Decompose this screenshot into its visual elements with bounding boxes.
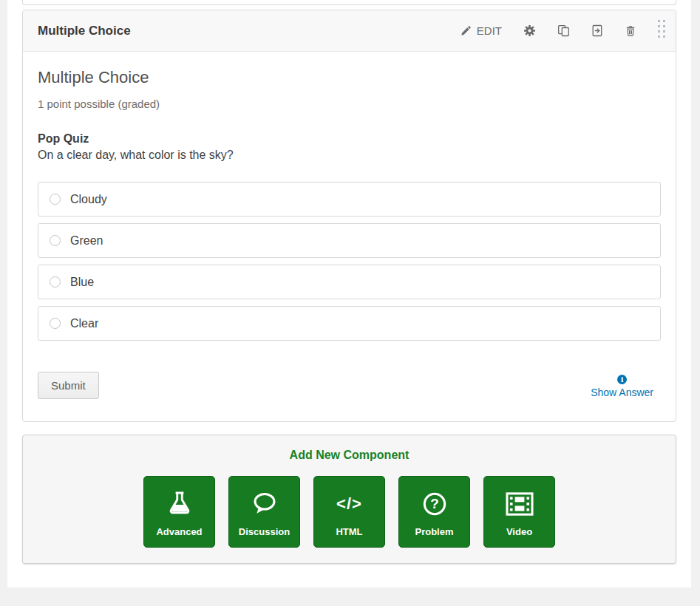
code-icon: </> bbox=[336, 477, 362, 526]
film-icon bbox=[506, 477, 534, 526]
previous-component-stub bbox=[22, 0, 676, 5]
flask-icon bbox=[166, 477, 193, 526]
show-answer-link[interactable]: Show Answer bbox=[591, 387, 653, 398]
gear-icon bbox=[523, 24, 536, 37]
add-advanced-button[interactable]: Advanced bbox=[143, 476, 215, 548]
add-component-buttons: Advanced Discussion </> HTML bbox=[23, 476, 676, 548]
add-video-button[interactable]: Video bbox=[483, 476, 555, 548]
info-icon[interactable]: i bbox=[617, 375, 627, 384]
question-title: Pop Quiz bbox=[38, 132, 661, 146]
choice-option-cloudy[interactable]: Cloudy bbox=[38, 182, 661, 217]
problem-heading: Multiple Choice bbox=[38, 68, 661, 87]
add-button-label: Advanced bbox=[156, 526, 202, 537]
speech-bubble-icon bbox=[251, 477, 279, 526]
problem-actions-row: Submit i Show Answer bbox=[38, 372, 661, 399]
delete-button[interactable] bbox=[625, 24, 636, 37]
choice-label: Clear bbox=[70, 317, 98, 330]
add-problem-button[interactable]: ? Problem bbox=[398, 476, 470, 548]
component-title: Multiple Choice bbox=[38, 24, 461, 38]
points-possible-text: 1 point possible (graded) bbox=[38, 98, 661, 110]
add-button-label: HTML bbox=[336, 526, 362, 537]
edit-button-label: EDIT bbox=[477, 24, 502, 37]
add-new-component-panel: Add New Component Advanced bbox=[22, 435, 676, 564]
move-icon bbox=[591, 24, 603, 37]
drag-handle-icon bbox=[658, 20, 666, 42]
page-content: Multiple Choice EDIT bbox=[7, 0, 691, 588]
component-header: Multiple Choice EDIT bbox=[23, 10, 676, 52]
add-component-title: Add New Component bbox=[23, 449, 676, 462]
move-button[interactable] bbox=[591, 24, 603, 37]
add-button-label: Discussion bbox=[239, 526, 290, 537]
trash-icon bbox=[625, 24, 636, 37]
pencil-icon bbox=[461, 25, 472, 36]
choice-label: Green bbox=[70, 234, 103, 248]
add-discussion-button[interactable]: Discussion bbox=[228, 476, 300, 548]
radio-button[interactable] bbox=[50, 194, 61, 205]
radio-button[interactable] bbox=[50, 318, 61, 329]
add-button-label: Video bbox=[506, 526, 532, 537]
show-answer-block: i Show Answer bbox=[591, 372, 661, 398]
choice-label: Blue bbox=[70, 276, 94, 289]
add-button-label: Problem bbox=[415, 526, 453, 537]
choice-option-blue[interactable]: Blue bbox=[38, 265, 661, 299]
svg-text:?: ? bbox=[430, 496, 439, 511]
submit-button[interactable]: Submit bbox=[38, 372, 99, 399]
duplicate-button[interactable] bbox=[557, 24, 570, 37]
choice-label: Cloudy bbox=[70, 193, 107, 206]
component-card: Multiple Choice EDIT bbox=[22, 10, 676, 422]
radio-button[interactable] bbox=[50, 276, 61, 287]
question-text: On a clear day, what color is the sky? bbox=[38, 149, 661, 162]
radio-button[interactable] bbox=[50, 235, 61, 246]
code-glyph: </> bbox=[336, 494, 362, 514]
component-actions: EDIT bbox=[461, 20, 666, 42]
add-html-button[interactable]: </> HTML bbox=[313, 476, 385, 548]
drag-handle[interactable] bbox=[658, 20, 666, 42]
choice-option-clear[interactable]: Clear bbox=[38, 306, 661, 341]
choice-group: Cloudy Green Blue Clear bbox=[38, 182, 661, 341]
question-circle-icon: ? bbox=[421, 477, 448, 526]
edit-button[interactable]: EDIT bbox=[461, 24, 502, 37]
problem-preview: Multiple Choice 1 point possible (graded… bbox=[23, 52, 676, 421]
choice-option-green[interactable]: Green bbox=[38, 223, 661, 258]
settings-button[interactable] bbox=[523, 24, 536, 37]
duplicate-icon bbox=[557, 24, 570, 37]
